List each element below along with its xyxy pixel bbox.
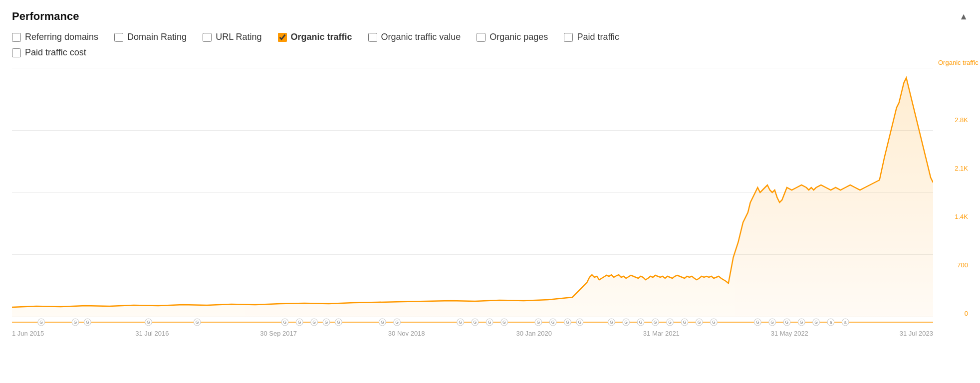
svg-text:G: G <box>74 320 77 325</box>
y-axis: Organic traffic 2.8K 2.1K 1.4K 700 0 <box>938 68 968 317</box>
svg-text:G: G <box>566 320 569 325</box>
x-label-3: 30 Sep 2017 <box>260 330 297 337</box>
y-label-700: 700 <box>938 261 968 269</box>
checkbox-organic-traffic[interactable]: Organic traffic <box>278 32 352 42</box>
checkbox-domain-rating-label: Domain Rating <box>127 32 187 42</box>
svg-text:G: G <box>502 320 506 325</box>
checkbox-url-rating-label: URL Rating <box>216 32 261 42</box>
checkbox-paid-traffic[interactable]: Paid traffic <box>564 32 619 42</box>
svg-text:G: G <box>785 320 789 325</box>
svg-text:G: G <box>86 320 89 325</box>
event-markers-svg: G G G G G G G G G G G <box>12 318 933 326</box>
checkbox-url-rating[interactable]: URL Rating <box>203 32 261 42</box>
svg-text:G: G <box>624 320 628 325</box>
svg-text:G: G <box>756 320 759 325</box>
svg-text:G: G <box>312 320 316 325</box>
svg-text:G: G <box>39 320 43 325</box>
svg-text:G: G <box>654 320 657 325</box>
checkbox-referring-domains-label: Referring domains <box>25 32 98 42</box>
svg-text:G: G <box>337 320 340 325</box>
x-label-8: 31 Jul 2023 <box>900 330 933 337</box>
x-label-5: 30 Jan 2020 <box>516 330 552 337</box>
y-label-2800: 2.8K <box>938 116 968 124</box>
checkbox-organic-traffic-value-input[interactable] <box>368 33 377 42</box>
svg-text:G: G <box>395 320 399 325</box>
svg-text:G: G <box>488 320 491 325</box>
svg-text:G: G <box>196 320 199 325</box>
x-label-6: 31 Mar 2021 <box>643 330 680 337</box>
checkbox-organic-traffic-label: Organic traffic <box>291 32 352 42</box>
svg-text:G: G <box>325 320 328 325</box>
svg-text:G: G <box>147 320 150 325</box>
checkbox-paid-traffic-cost-label: Paid traffic cost <box>25 47 86 58</box>
svg-text:G: G <box>459 320 462 325</box>
svg-text:G: G <box>473 320 477 325</box>
svg-text:G: G <box>683 320 686 325</box>
event-markers-row: G G G G G G G G G G G <box>12 318 933 326</box>
panel-header: Performance ▲ <box>12 10 968 23</box>
checkbox-referring-domains-input[interactable] <box>12 33 21 42</box>
checkbox-domain-rating-input[interactable] <box>114 33 123 42</box>
svg-text:G: G <box>610 320 613 325</box>
checkbox-organic-pages-input[interactable] <box>477 33 486 42</box>
x-label-1: 1 Jun 2015 <box>12 330 44 337</box>
checkbox-organic-pages-label: Organic pages <box>490 32 548 42</box>
svg-text:G: G <box>770 320 774 325</box>
svg-text:G: G <box>381 320 384 325</box>
svg-text:G: G <box>578 320 581 325</box>
svg-text:G: G <box>698 320 701 325</box>
chart-svg-container <box>12 68 933 317</box>
x-label-7: 31 May 2022 <box>771 330 808 337</box>
svg-text:a: a <box>844 320 847 325</box>
chart-inner: Organic traffic 2.8K 2.1K 1.4K 700 0 1 J… <box>12 68 968 337</box>
metrics-checkboxes: Referring domains Domain Rating URL Rati… <box>12 32 968 58</box>
svg-text:G: G <box>668 320 672 325</box>
checkbox-url-rating-input[interactable] <box>203 33 212 42</box>
checkbox-organic-traffic-value[interactable]: Organic traffic value <box>368 32 461 42</box>
svg-text:G: G <box>639 320 643 325</box>
svg-text:a: a <box>829 320 832 325</box>
checkbox-paid-traffic-label: Paid traffic <box>577 32 619 42</box>
x-axis: 1 Jun 2015 31 Jul 2016 30 Sep 2017 30 No… <box>12 330 933 337</box>
svg-text:G: G <box>551 320 555 325</box>
svg-text:G: G <box>712 320 716 325</box>
checkbox-referring-domains[interactable]: Referring domains <box>12 32 98 42</box>
svg-text:G: G <box>283 320 287 325</box>
y-label-1400: 1.4K <box>938 213 968 220</box>
svg-text:G: G <box>536 320 540 325</box>
x-label-2: 31 Jul 2016 <box>135 330 169 337</box>
y-label-0: 0 <box>938 310 968 317</box>
collapse-button[interactable]: ▲ <box>959 11 968 22</box>
chart-area-fill <box>12 78 933 317</box>
chart-legend-label: Organic traffic <box>938 59 968 66</box>
svg-text:G: G <box>814 320 818 325</box>
checkbox-paid-traffic-input[interactable] <box>564 33 573 42</box>
chart-svg <box>12 68 933 317</box>
svg-text:G: G <box>298 320 301 325</box>
checkbox-paid-traffic-cost-input[interactable] <box>12 48 21 57</box>
svg-text:G: G <box>800 320 803 325</box>
y-label-2100: 2.1K <box>938 165 968 172</box>
checkbox-organic-pages[interactable]: Organic pages <box>477 32 548 42</box>
checkbox-paid-traffic-cost[interactable]: Paid traffic cost <box>12 47 86 58</box>
x-label-4: 30 Nov 2018 <box>388 330 425 337</box>
checkbox-organic-traffic-value-label: Organic traffic value <box>381 32 461 42</box>
chart-area: Organic traffic 2.8K 2.1K 1.4K 700 0 1 J… <box>12 68 968 337</box>
checkbox-domain-rating[interactable]: Domain Rating <box>114 32 187 42</box>
panel-title: Performance <box>12 10 79 23</box>
performance-panel: Performance ▲ Referring domains Domain R… <box>0 0 980 383</box>
checkbox-organic-traffic-input[interactable] <box>278 33 287 42</box>
